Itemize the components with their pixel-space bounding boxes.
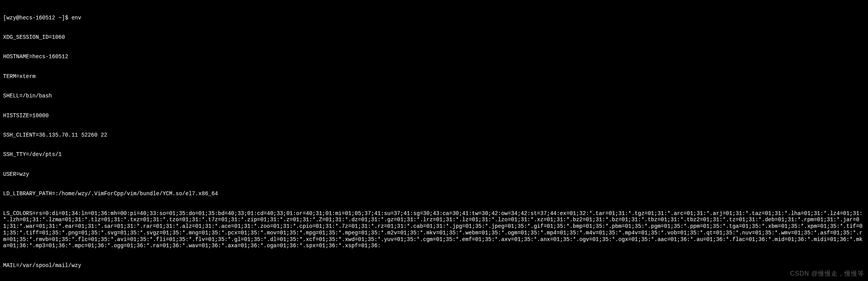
env-line: TERM=xterm — [3, 73, 865, 80]
env-line: XDG_SESSION_ID=1060 — [3, 34, 865, 41]
watermark-text: CSDN @慢慢走，慢慢等 — [790, 270, 864, 277]
command-text: env — [71, 15, 81, 21]
env-line: HISTSIZE=10000 — [3, 113, 865, 119]
env-line: USER=wzy — [3, 171, 865, 178]
terminal-area[interactable]: [wzy@hecs-160512 ~]$ env XDG_SESSION_ID=… — [3, 2, 865, 281]
env-line: LD_LIBRARY_PATH=:/home/wzy/.VimForCpp/vi… — [3, 191, 865, 197]
env-line: HOSTNAME=hecs-160512 — [3, 54, 865, 60]
env-line: SSH_TTY=/dev/pts/1 — [3, 151, 865, 158]
env-line: SSH_CLIENT=36.135.70.11 52260 22 — [3, 132, 865, 139]
command-line: [wzy@hecs-160512 ~]$ env — [3, 15, 865, 21]
env-line: LS_COLORS=rs=0:di=01;34:ln=01;36:mh=00:p… — [3, 210, 865, 250]
env-line: SHELL=/bin/bash — [3, 93, 865, 99]
env-line: MAIL=/var/spool/mail/wzy — [3, 262, 865, 269]
shell-prompt: [wzy@hecs-160512 ~]$ — [3, 15, 71, 21]
